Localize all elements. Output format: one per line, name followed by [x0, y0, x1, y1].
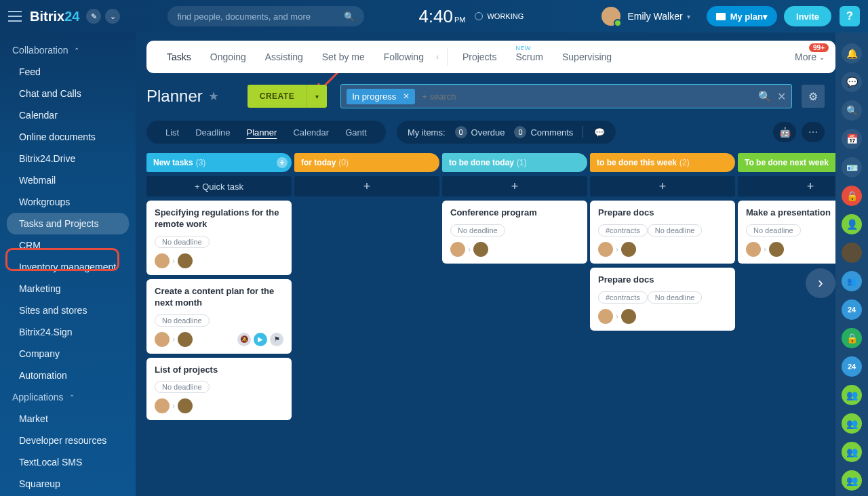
global-search[interactable]: find people, documents, and more 🔍	[167, 6, 364, 26]
view-tab[interactable]: Deadline	[187, 127, 238, 138]
sidebar-group-applications[interactable]: Applications⌃	[0, 386, 136, 408]
column-header[interactable]: for today (0)	[294, 153, 439, 172]
b24-icon-2[interactable]: 24	[842, 356, 862, 377]
lock-icon[interactable]: 🔒	[842, 186, 862, 206]
column-header[interactable]: to be done this week (2)	[590, 153, 735, 172]
chat-icon[interactable]: 💬	[594, 127, 605, 138]
sidebar-item[interactable]: Marketing	[0, 278, 136, 299]
task-card[interactable]: Conference programNo deadline›	[442, 201, 587, 264]
column-header[interactable]: to be done today (1)	[442, 153, 587, 172]
menu-burger[interactable]	[8, 9, 22, 23]
sidebar-item[interactable]: Feed	[0, 61, 136, 83]
search-icon[interactable]: 🔍	[758, 90, 772, 103]
view-tab[interactable]: List	[157, 127, 187, 138]
sidebar-item[interactable]: Squareup	[0, 473, 136, 495]
clear-filter-icon[interactable]: ✕	[777, 90, 786, 103]
sidebar-item[interactable]: Company	[0, 343, 136, 365]
sidebar-item[interactable]: Chat and Calls	[0, 83, 136, 104]
sidebar-item[interactable]: Sites and stores	[0, 299, 136, 321]
tab[interactable]: Tasks	[157, 51, 201, 62]
task-card[interactable]: Prepare docs#contractsNo deadline›	[590, 268, 735, 331]
invite-button[interactable]: Invite	[784, 6, 831, 26]
create-dropdown[interactable]: ▾	[307, 85, 327, 108]
view-tab[interactable]: Gantt	[337, 127, 375, 138]
task-card[interactable]: Specifying regulations for the remote wo…	[146, 201, 292, 275]
task-card[interactable]: Make a presentationNo deadline›	[738, 201, 835, 264]
flag-icon[interactable]: ⚑	[270, 333, 283, 346]
column-header[interactable]: New tasks (3)+	[146, 153, 292, 172]
scroll-right-button[interactable]: ›	[806, 268, 835, 298]
help-button[interactable]: ?	[840, 6, 860, 26]
view-tab[interactable]: Planner	[239, 127, 285, 138]
search-icon[interactable]: 🔍	[842, 100, 862, 121]
group-icon-4[interactable]: 👥	[842, 442, 862, 462]
chat-icon[interactable]: 💬	[842, 72, 862, 92]
bell-icon[interactable]: 🔔	[842, 43, 862, 64]
tab[interactable]: Projects	[453, 51, 507, 62]
tab[interactable]: Supervising	[553, 51, 621, 62]
robot-icon[interactable]: 🤖	[773, 122, 796, 142]
sidebar-item[interactable]: Webmail	[0, 169, 136, 191]
sidebar-item[interactable]: Automation	[0, 365, 136, 386]
filter-search-input[interactable]	[422, 91, 758, 102]
filter-bar[interactable]: In progress✕ 🔍 ✕	[340, 84, 792, 108]
task-card[interactable]: List of projectsNo deadline›	[146, 358, 292, 421]
task-card[interactable]: Create a content plan for the next month…	[146, 279, 292, 354]
tab[interactable]: Assisting	[256, 51, 313, 62]
group-icon-3[interactable]: 👥	[842, 413, 862, 434]
tabs-scroll-left[interactable]: ‹	[433, 52, 441, 62]
tab[interactable]: Following	[374, 51, 433, 62]
sidebar-item[interactable]: Online documents	[0, 126, 136, 148]
deadline-pill: No deadline	[155, 314, 210, 327]
edit-icon[interactable]: ✎	[86, 9, 101, 24]
chip-remove-icon[interactable]: ✕	[403, 91, 410, 101]
quick-task-button[interactable]: + Quick task	[146, 176, 292, 197]
sidebar-item[interactable]: CRM	[0, 234, 136, 256]
sidebar-group-collaboration[interactable]: Collaboration⌃	[0, 39, 136, 61]
sidebar-item[interactable]: Market	[0, 408, 136, 430]
avatar-rail[interactable]	[842, 243, 862, 263]
sidebar-item[interactable]: TextLocal SMS	[0, 451, 136, 473]
task-card[interactable]: Prepare docs#contractsNo deadline›	[590, 201, 735, 264]
mute-icon[interactable]: 🔕	[237, 333, 251, 346]
add-column-icon[interactable]: +	[277, 157, 288, 168]
view-tab[interactable]: Calendar	[285, 127, 337, 138]
quick-task-button[interactable]: +	[738, 176, 835, 197]
tab[interactable]: Ongoing	[201, 51, 256, 62]
sidebar-item[interactable]: Bitrix24.Drive	[0, 148, 136, 169]
lock-icon-2[interactable]: 🔒	[842, 328, 862, 348]
id-icon[interactable]: 🪪	[842, 157, 862, 178]
more-options-icon[interactable]: ⋯	[802, 122, 825, 142]
brand-dropdown[interactable]: ⌄	[105, 9, 120, 24]
group-icon-2[interactable]: 👥	[842, 385, 862, 405]
sidebar-item[interactable]: Calendar	[0, 104, 136, 126]
comments-link[interactable]: Comments	[530, 127, 573, 138]
sidebar-item[interactable]: Bitrix24.Sign	[0, 321, 136, 343]
filter-chip-in-progress[interactable]: In progress✕	[347, 89, 415, 104]
column-header[interactable]: To be done next week	[738, 153, 835, 172]
create-button[interactable]: CREATE	[248, 85, 307, 108]
working-status[interactable]: WORKING	[475, 12, 524, 20]
overdue-link[interactable]: Overdue	[471, 127, 505, 138]
tab[interactable]: Set by me	[313, 51, 374, 62]
my-plan-button[interactable]: My plan ▾	[707, 6, 777, 26]
b24-icon[interactable]: 24	[842, 299, 862, 320]
sidebar-item[interactable]: Workgroups	[0, 191, 136, 213]
user-icon[interactable]: 👤	[842, 214, 862, 234]
sidebar-item[interactable]: Tasks and Projects	[7, 213, 129, 234]
sidebar-item[interactable]: Inventory management	[0, 256, 136, 278]
star-icon[interactable]: ★	[208, 89, 219, 104]
play-icon[interactable]: ▶	[254, 333, 267, 346]
tabs-more[interactable]: More⌄ 99+	[795, 51, 825, 62]
quick-task-button[interactable]: +	[294, 176, 439, 197]
tab[interactable]: NEWScrum	[507, 51, 553, 62]
settings-button[interactable]: ⚙	[802, 85, 825, 108]
calendar-icon[interactable]: 📅	[842, 129, 862, 149]
group-icon-5[interactable]: 👥	[842, 470, 862, 491]
quick-task-button[interactable]: +	[590, 176, 735, 197]
quick-task-button[interactable]: +	[442, 176, 587, 197]
group-icon[interactable]: 👥	[842, 271, 862, 291]
brand-logo[interactable]: Bitrix24	[30, 9, 79, 24]
sidebar-item[interactable]: Developer resources	[0, 430, 136, 451]
user-menu[interactable]: Emily Walker ▾	[601, 7, 690, 26]
